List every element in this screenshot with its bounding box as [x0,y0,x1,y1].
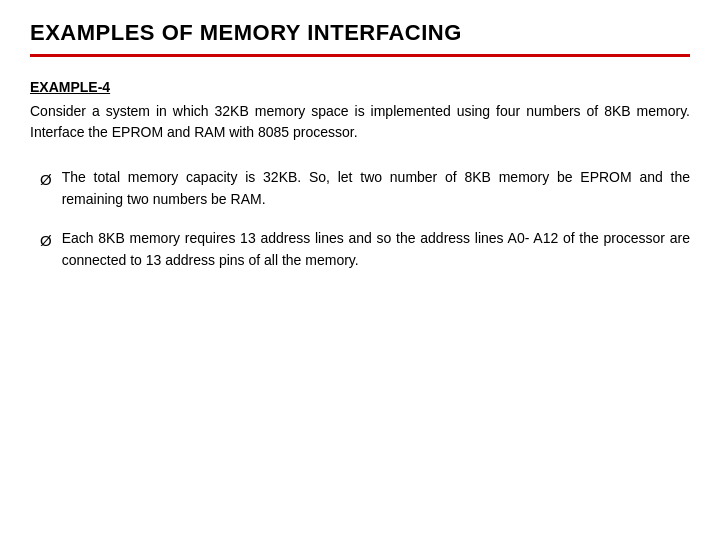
bullet-arrow-icon: Ø [40,168,52,191]
list-item: Ø Each 8KB memory requires 13 address li… [40,228,690,271]
bullet-text-2: Each 8KB memory requires 13 address line… [62,228,690,271]
bullet-text-1: The total memory capacity is 32KB. So, l… [62,167,690,210]
title-underline [30,54,690,57]
example-description: Consider a system in which 32KB memory s… [30,101,690,143]
list-item: Ø The total memory capacity is 32KB. So,… [40,167,690,210]
page-container: EXAMPLES OF MEMORY INTERFACING EXAMPLE-4… [0,0,720,540]
bullet-list: Ø The total memory capacity is 32KB. So,… [30,167,690,272]
bullet-arrow-icon: Ø [40,229,52,252]
example-label: EXAMPLE-4 [30,79,690,95]
page-title: EXAMPLES OF MEMORY INTERFACING [30,20,690,46]
